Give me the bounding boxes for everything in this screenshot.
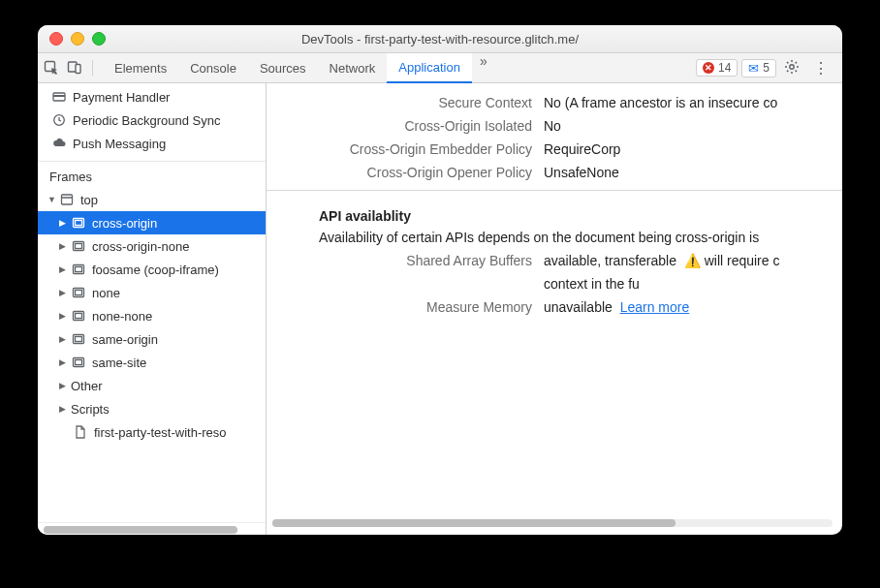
frame-label: same-site [92,356,146,370]
prop-value: No (A frame ancestor is an insecure co [544,95,831,110]
cloud-icon [51,137,67,150]
disclosure-triangle-icon[interactable]: ▼ [47,195,57,204]
card-icon [51,90,67,104]
disclosure-triangle-icon[interactable]: ▶ [59,218,69,228]
prop-coop: Cross-Origin Opener Policy UnsafeNone [267,161,842,184]
tab-network[interactable]: Network [318,53,388,82]
prop-shared-array-buffers: Shared Array Buffers available, transfer… [267,249,842,272]
messages-badge[interactable]: ✉ 5 [741,59,776,77]
settings-gear-icon[interactable] [778,59,805,77]
disclosure-triangle-icon[interactable]: ▶ [59,241,69,251]
disclosure-triangle-icon[interactable]: ▶ [59,357,69,367]
titlebar: DevTools - first-party-test-with-resourc… [38,25,842,53]
prop-measure-memory: Measure Memory unavailable Learn more [267,295,842,319]
prop-value: RequireCorp [544,141,831,157]
frame-label: none [92,286,120,300]
frame-label: Other [71,379,103,393]
frame-label: none-none [92,309,152,324]
errors-badge[interactable]: ✕ 14 [696,59,738,77]
svg-rect-20 [76,337,82,342]
svg-rect-14 [76,267,82,272]
devtools-window: DevTools - first-party-test-with-resourc… [38,25,842,535]
svg-rect-5 [53,95,65,97]
disclosure-triangle-icon[interactable]: ▶ [59,334,69,344]
prop-value: available, transferable ⚠️ will require … [544,253,831,268]
prop-label: Cross-Origin Opener Policy [278,165,544,180]
section-title: API availablity [319,208,842,224]
section-subtitle: Availability of certain APIs depends on … [319,224,842,245]
frame-tree-item[interactable]: ▶cross-origin [38,211,266,234]
svg-rect-7 [62,195,73,204]
prop-label: Measure Memory [278,299,544,315]
frame-tree-item[interactable]: ▶none-none [38,304,266,327]
sidebar-item-label: Periodic Background Sync [73,113,220,128]
frame-tree-item[interactable]: ▶none [38,281,266,304]
prop-label: Shared Array Buffers [278,253,544,268]
frame-tree-item[interactable]: ▶same-origin [38,327,266,351]
frame-icon [71,309,86,323]
frame-tree-item[interactable]: ▶Scripts [38,397,266,420]
tab-console[interactable]: Console [178,53,248,82]
prop-label: Secure Context [278,95,544,110]
prop-coep: Cross-Origin Embedder Policy RequireCorp [267,138,842,161]
tab-application[interactable]: Application [387,53,472,83]
svg-rect-12 [76,244,82,249]
more-tabs-button[interactable]: » [472,53,495,82]
frame-file-item[interactable]: first-party-test-with-reso [38,420,266,444]
prop-value: UnsafeNone [544,165,831,180]
prop-cross-origin-isolated: Cross-Origin Isolated No [267,114,842,138]
warning-icon: ⚠️ [684,253,701,268]
frame-label: cross-origin-none [92,239,189,254]
sidebar-item-push-messaging[interactable]: Push Messaging [51,132,266,155]
frame-icon [71,356,86,369]
frame-label: cross-origin [92,216,157,231]
scrollbar-thumb[interactable] [272,519,676,527]
frame-label: same-origin [92,332,158,347]
document-icon [73,425,88,439]
api-availability-section: API availablity Availability of certain … [267,191,842,249]
svg-rect-22 [76,360,82,365]
frame-tree-item[interactable]: ▶Other [38,374,266,397]
frame-tree-top[interactable]: ▼ top [38,188,266,211]
disclosure-triangle-icon[interactable]: ▶ [59,264,69,274]
frame-icon [71,263,86,276]
prop-sab-continued: context in the fu [267,272,842,295]
error-icon: ✕ [703,62,714,74]
frame-icon [71,216,86,230]
inspect-element-icon[interactable] [44,60,59,76]
panel-tabs: Elements Console Sources Network Applica… [103,53,495,82]
tab-sources[interactable]: Sources [248,53,318,82]
frame-icon [71,286,86,299]
sidebar-item-periodic-bg-sync[interactable]: Periodic Background Sync [51,108,266,132]
message-icon: ✉ [748,61,759,76]
content-horizontal-scrollbar[interactable] [272,519,833,533]
file-label: first-party-test-with-reso [94,425,227,440]
tab-elements[interactable]: Elements [103,53,178,82]
scrollbar-thumb[interactable] [44,526,237,534]
frame-icon [71,239,86,253]
frame-tree-item[interactable]: ▶cross-origin-none [38,234,266,258]
errors-count: 14 [718,61,731,75]
kebab-menu-icon[interactable]: ⋮ [805,59,836,77]
disclosure-triangle-icon[interactable]: ▶ [59,311,69,321]
frame-tree-item[interactable]: ▶same-site [38,351,266,374]
device-toolbar-icon[interactable] [67,60,82,76]
disclosure-triangle-icon[interactable]: ▶ [59,381,69,390]
prop-value: unavailable Learn more [544,299,831,315]
sidebar-item-payment-handler[interactable]: Payment Handler [51,85,266,108]
frame-label: top [80,193,98,207]
frames-section-header: Frames [38,161,266,188]
svg-rect-16 [76,291,82,295]
disclosure-triangle-icon[interactable]: ▶ [59,404,69,414]
disclosure-triangle-icon[interactable]: ▶ [59,288,69,297]
frame-details-panel: Secure Context No (A frame ancestor is a… [267,83,842,535]
frame-label: Scripts [71,402,110,417]
frame-label: foosame (coop-iframe) [92,263,219,277]
prop-secure-context: Secure Context No (A frame ancestor is a… [267,91,842,114]
learn-more-link[interactable]: Learn more [620,299,690,315]
sidebar-item-label: Push Messaging [73,137,166,151]
frame-tree-item[interactable]: ▶foosame (coop-iframe) [38,258,266,281]
messages-count: 5 [763,61,770,75]
sidebar-horizontal-scrollbar[interactable] [38,522,266,535]
sidebar-item-label: Payment Handler [73,90,170,105]
